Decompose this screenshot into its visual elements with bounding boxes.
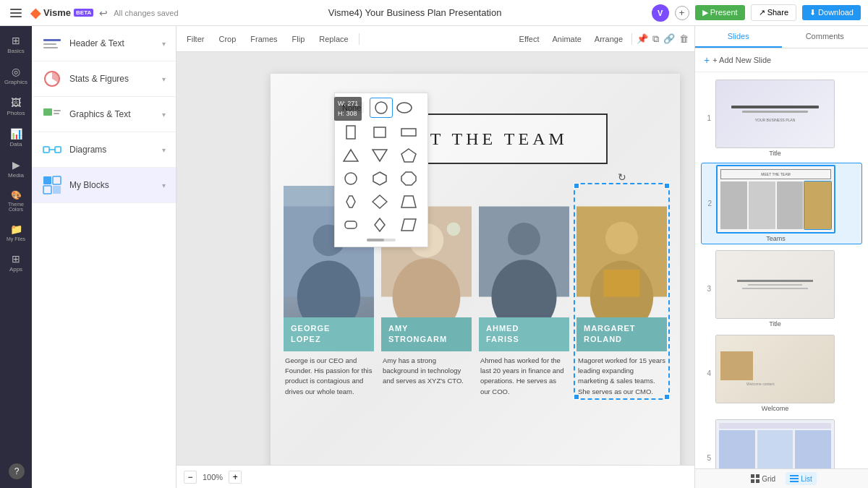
my-files-icon: 📁 bbox=[10, 223, 22, 235]
sidebar-item-photos[interactable]: 🖼 Photos bbox=[0, 93, 32, 121]
grid-view-button[interactable]: Grid bbox=[746, 472, 780, 485]
save-status: All changes saved bbox=[114, 9, 178, 17]
sidebar-item-media[interactable]: ▶ Media bbox=[0, 155, 32, 183]
slides-view-controls: Grid List bbox=[695, 468, 868, 488]
frames-button[interactable]: Frames bbox=[246, 33, 281, 46]
rotate-handle[interactable]: ↻ bbox=[618, 171, 626, 183]
svg-marker-30 bbox=[401, 219, 416, 231]
sidebar-item-graphics-text[interactable]: Graphics & Text ▾ bbox=[32, 97, 176, 132]
sidebar-item-data[interactable]: 📊 Data bbox=[0, 124, 32, 152]
svg-rect-45 bbox=[604, 270, 640, 297]
sidebar-item-basics[interactable]: ⊞ Basics bbox=[0, 30, 32, 59]
sidebar-item-graphics[interactable]: ◎ Graphics bbox=[0, 61, 32, 90]
canvas-wrapper[interactable]: W: 271 H: 308 None bbox=[176, 52, 694, 465]
present-button[interactable]: ▶ Present bbox=[695, 5, 745, 20]
shape-item-square[interactable] bbox=[368, 122, 391, 142]
svg-rect-47 bbox=[756, 474, 760, 478]
replace-button[interactable]: Replace bbox=[315, 33, 352, 46]
chevron-down-icon: ▾ bbox=[162, 40, 166, 48]
undo-button[interactable]: ↩ bbox=[99, 7, 108, 19]
delete-icon[interactable]: 🗑 bbox=[679, 33, 689, 44]
shape-item-pentagon[interactable] bbox=[397, 145, 420, 166]
effect-button[interactable]: Effect bbox=[515, 33, 544, 46]
selection-handle-tl bbox=[574, 183, 579, 189]
share-button[interactable]: ↗ Share bbox=[751, 4, 796, 21]
svg-marker-26 bbox=[373, 195, 387, 208]
sidebar: Header & Text ▾ Stats & Figures ▾ Graphi… bbox=[32, 26, 176, 488]
arrange-button[interactable]: Arrange bbox=[590, 33, 627, 46]
add-new-slide-button[interactable]: + + Add New Slide bbox=[695, 48, 868, 72]
svg-marker-21 bbox=[401, 149, 416, 162]
amy-name-box: AMYSTRONGARM bbox=[381, 317, 472, 351]
svg-rect-2 bbox=[43, 47, 58, 48]
team-member-ahmed[interactable]: AHMEDFARISS Ahmed has worked for the las… bbox=[479, 186, 569, 397]
stats-icon bbox=[42, 69, 62, 89]
tab-slides[interactable]: Slides bbox=[695, 26, 782, 48]
canvas-bottom: − 100% + bbox=[176, 465, 694, 488]
sidebar-item-stats-figures[interactable]: Stats & Figures ▾ bbox=[32, 61, 176, 97]
sidebar-item-my-files[interactable]: 📁 My Files bbox=[0, 219, 32, 246]
svg-marker-27 bbox=[401, 196, 416, 207]
slide-thumb-2[interactable]: 2 MEET THE TEAM Teams bbox=[701, 163, 862, 244]
svg-rect-7 bbox=[43, 147, 49, 153]
slide-thumb-1[interactable]: 1 YOUR BUSINESS PLAN Title bbox=[701, 78, 862, 158]
svg-rect-4 bbox=[43, 108, 52, 116]
shape-item-wide-rect[interactable] bbox=[397, 122, 420, 142]
selection-handle-bl bbox=[574, 394, 579, 400]
list-icon bbox=[790, 474, 799, 483]
grid-icon bbox=[751, 474, 760, 483]
topbar: ◆ Visme BETA ↩ All changes saved Visme4)… bbox=[0, 0, 868, 26]
slide-preview-2: MEET THE TEAM bbox=[716, 165, 835, 234]
margaret-desc: Magoret worked for 15 years leading expa… bbox=[576, 351, 667, 397]
zoom-in-button[interactable]: + bbox=[229, 471, 242, 484]
svg-point-15 bbox=[397, 103, 412, 113]
my-blocks-icon bbox=[42, 175, 62, 195]
shape-item-circle2[interactable] bbox=[339, 168, 362, 189]
data-icon: 📊 bbox=[10, 128, 22, 140]
margaret-name-box: MARGARETROLAND bbox=[576, 317, 667, 351]
shape-item-slim-diamond[interactable] bbox=[368, 215, 391, 235]
shape-item-hexagon[interactable] bbox=[368, 168, 391, 189]
help-button[interactable]: ? bbox=[9, 463, 25, 479]
shape-item-octagon[interactable] bbox=[397, 168, 420, 189]
add-collaborator-button[interactable]: + bbox=[675, 6, 689, 20]
svg-rect-46 bbox=[751, 474, 754, 478]
shape-item-circle[interactable] bbox=[370, 98, 393, 118]
pin-icon[interactable]: 📌 bbox=[637, 33, 648, 44]
shape-item-triangle[interactable] bbox=[339, 145, 362, 166]
hamburger-menu[interactable] bbox=[7, 6, 25, 20]
animate-button[interactable]: Animate bbox=[548, 33, 586, 46]
zoom-out-button[interactable]: − bbox=[184, 471, 197, 484]
tab-comments[interactable]: Comments bbox=[782, 26, 869, 48]
download-button[interactable]: ⬇ Download bbox=[802, 5, 861, 20]
shape-item-portrait-rect[interactable] bbox=[339, 122, 362, 142]
shape-item-down-triangle[interactable] bbox=[368, 145, 391, 166]
filter-button[interactable]: Filter bbox=[182, 33, 208, 46]
team-member-margaret[interactable]: ↻ MARGARETROLAND bbox=[576, 186, 667, 397]
svg-marker-19 bbox=[344, 150, 358, 161]
slide-thumb-5[interactable]: 5 Diagram bbox=[701, 418, 862, 468]
george-desc: George is our CEO and Founder. His passi… bbox=[284, 351, 374, 397]
slide-thumb-3[interactable]: 3 Title bbox=[701, 249, 862, 329]
sidebar-item-diagrams[interactable]: Diagrams ▾ bbox=[32, 132, 176, 168]
sidebar-item-apps[interactable]: ⊞ Apps bbox=[0, 249, 32, 277]
shape-item-parallelogram[interactable] bbox=[397, 215, 420, 235]
slide-thumb-4[interactable]: 4 Welcome content Welcome bbox=[701, 333, 862, 414]
flip-button[interactable]: Flip bbox=[288, 33, 310, 46]
sidebar-item-my-blocks[interactable]: My Blocks ▾ bbox=[32, 168, 176, 203]
shape-item-rounded-rect[interactable] bbox=[339, 215, 362, 235]
shape-item-trapezoid[interactable] bbox=[397, 192, 420, 212]
shape-item-ellipse[interactable] bbox=[393, 98, 416, 118]
svg-rect-13 bbox=[53, 186, 61, 194]
svg-marker-24 bbox=[401, 172, 416, 185]
link-icon[interactable]: 🔗 bbox=[663, 33, 675, 44]
crop-button[interactable]: Crop bbox=[214, 33, 240, 46]
list-view-button[interactable]: List bbox=[786, 472, 817, 485]
copy-icon[interactable]: ⧉ bbox=[652, 33, 659, 45]
sidebar-item-theme-colors[interactable]: 🎨 Theme Colors bbox=[0, 186, 32, 216]
shape-item-wide-hexagon[interactable] bbox=[339, 192, 362, 212]
svg-rect-1 bbox=[43, 43, 56, 45]
sidebar-item-header-text[interactable]: Header & Text ▾ bbox=[32, 26, 176, 61]
shape-item-diamond[interactable] bbox=[368, 192, 391, 212]
canvas-area: Filter Crop Frames Flip Replace Effect A… bbox=[176, 26, 694, 488]
